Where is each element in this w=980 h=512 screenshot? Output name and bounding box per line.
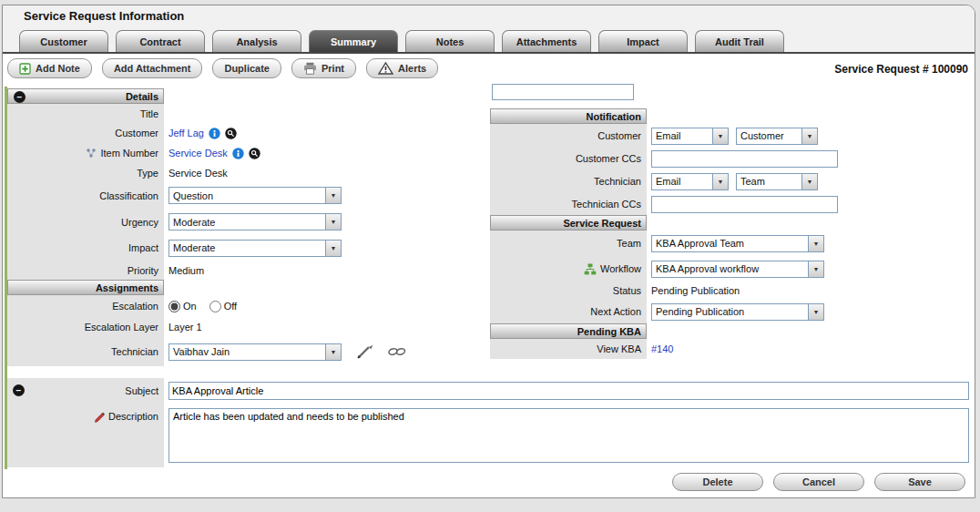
tab-divider (3, 52, 975, 54)
chevron-down-icon[interactable]: ▼ (325, 214, 341, 230)
notify-technician-recipient-value: Team (737, 174, 801, 189)
customer-ccs-label: Customer CCs (576, 153, 641, 164)
item-number-label: Item Number (100, 148, 158, 159)
escalation-off-radio[interactable] (209, 301, 221, 312)
escalation-radio-group: On Off (164, 295, 488, 317)
tab-attachments[interactable]: Attachments (502, 30, 591, 52)
technician-ccs-label: Technician CCs (572, 199, 641, 210)
request-number: Service Request # 100090 (834, 63, 968, 76)
escalate-technician-icon[interactable] (355, 344, 377, 360)
item-relationship-icon[interactable] (86, 148, 97, 159)
tab-bar: Customer Contract Analysis Summary Notes… (19, 30, 784, 52)
notify-technician-row: Technician Email ▼ Team ▼ (490, 169, 974, 193)
page-title: Service Request Information (24, 9, 184, 23)
escalation-on-label: On (183, 301, 197, 312)
add-note-button[interactable]: Add Note (7, 58, 92, 78)
workflow-select[interactable]: KBA Approval workflow ▼ (651, 261, 824, 278)
customer-row: Customer Jeff Lag (7, 123, 488, 143)
alerts-button[interactable]: Alerts (366, 58, 438, 78)
chevron-down-icon[interactable]: ▼ (801, 174, 817, 189)
next-action-label: Next Action (590, 306, 641, 317)
collapse-subject-icon[interactable]: − (13, 384, 25, 396)
urgency-selected-value: Moderate (169, 214, 325, 230)
subject-input[interactable] (168, 382, 969, 400)
technician-select[interactable]: Vaibhav Jain ▼ (168, 343, 342, 361)
chevron-down-icon[interactable]: ▼ (808, 304, 823, 320)
next-action-selected-value: Pending Publication (652, 304, 808, 320)
pending-kba-header-label: Pending KBA (577, 326, 641, 337)
team-select[interactable]: KBA Approval Team ▼ (651, 235, 824, 252)
chevron-down-icon[interactable]: ▼ (712, 128, 728, 144)
info-icon[interactable] (209, 128, 220, 139)
info-icon[interactable] (232, 148, 244, 159)
chevron-down-icon[interactable]: ▼ (712, 174, 728, 189)
notification-section-header: Notification (490, 108, 647, 124)
tab-audit-trail[interactable]: Audit Trail (695, 30, 784, 52)
tab-contract[interactable]: Contract (116, 30, 205, 52)
classification-select[interactable]: Question ▼ (168, 187, 342, 204)
alerts-label: Alerts (398, 63, 426, 74)
duplicate-button[interactable]: Duplicate (212, 58, 281, 78)
chevron-down-icon[interactable]: ▼ (325, 344, 341, 360)
tab-notes[interactable]: Notes (405, 30, 495, 52)
print-button[interactable]: Print (291, 58, 356, 78)
chevron-down-icon[interactable]: ▼ (808, 261, 823, 277)
notify-customer-recipient-select[interactable]: Customer ▼ (736, 128, 818, 145)
edit-description-icon[interactable] (93, 411, 105, 423)
customer-ccs-input[interactable] (651, 150, 838, 168)
description-textarea[interactable]: Article has been updated and needs to be… (168, 408, 969, 463)
workflow-label: Workflow (600, 263, 641, 274)
notify-customer-method-select[interactable]: Email ▼ (651, 128, 729, 145)
view-kba-row: View KBA #140 (490, 339, 974, 359)
collapse-details-icon[interactable]: − (14, 91, 26, 103)
team-selected-value: KBA Approval Team (652, 236, 808, 251)
tab-customer[interactable]: Customer (19, 30, 108, 52)
escalation-on-radio[interactable] (168, 301, 180, 312)
notify-technician-recipient-select[interactable]: Team ▼ (736, 173, 818, 190)
priority-label: Priority (128, 265, 158, 276)
view-kba-label: View KBA (597, 343, 641, 354)
cancel-button[interactable]: Cancel (773, 473, 864, 491)
notify-technician-method-select[interactable]: Email ▼ (651, 173, 729, 190)
pending-kba-section-header: Pending KBA (490, 323, 647, 339)
title-input[interactable] (492, 84, 634, 100)
workflow-icon[interactable] (584, 263, 597, 275)
impact-select[interactable]: Moderate ▼ (168, 240, 342, 257)
item-number-link[interactable]: Service Desk (168, 148, 228, 159)
add-attachment-button[interactable]: Add Attachment (102, 58, 203, 78)
chevron-down-icon[interactable]: ▼ (325, 241, 341, 256)
customer-label: Customer (115, 128, 158, 138)
tab-summary[interactable]: Summary (309, 30, 398, 52)
classification-selected-value: Question (169, 188, 325, 203)
save-button[interactable]: Save (874, 473, 965, 491)
technician-ccs-input[interactable] (651, 196, 838, 213)
description-label: Description (108, 411, 158, 422)
assignments-section-header: Assignments (7, 280, 164, 295)
escalation-layer-label: Escalation Layer (85, 322, 158, 333)
impact-selected-value: Moderate (169, 241, 325, 256)
delete-button[interactable]: Delete (672, 473, 763, 491)
type-row: Type Service Desk (7, 163, 488, 182)
duplicate-label: Duplicate (224, 63, 270, 74)
unassign-technician-icon[interactable] (387, 345, 407, 358)
tab-impact[interactable]: Impact (598, 30, 688, 52)
status-row: Status Pending Publication (490, 282, 974, 300)
customer-ccs-row: Customer CCs (490, 148, 974, 169)
chevron-down-icon[interactable]: ▼ (325, 188, 341, 203)
view-kba-link[interactable]: #140 (651, 343, 673, 354)
urgency-select[interactable]: Moderate ▼ (168, 213, 342, 230)
tab-analysis[interactable]: Analysis (212, 30, 301, 52)
escalation-layer-row: Escalation Layer Layer 1 (7, 317, 488, 337)
next-action-select[interactable]: Pending Publication ▼ (651, 303, 824, 321)
status-value: Pending Publication (651, 285, 740, 296)
search-icon[interactable] (225, 128, 237, 139)
service-request-section-header: Service Request (490, 215, 647, 230)
chevron-down-icon[interactable]: ▼ (801, 128, 817, 144)
chevron-down-icon[interactable]: ▼ (808, 236, 823, 251)
search-icon[interactable] (249, 148, 260, 159)
priority-value: Medium (168, 265, 204, 276)
status-label: Status (613, 285, 641, 296)
technician-selected-value: Vaibhav Jain (169, 344, 325, 360)
customer-link[interactable]: Jeff Lag (168, 128, 204, 138)
subject-label: Subject (125, 385, 158, 396)
